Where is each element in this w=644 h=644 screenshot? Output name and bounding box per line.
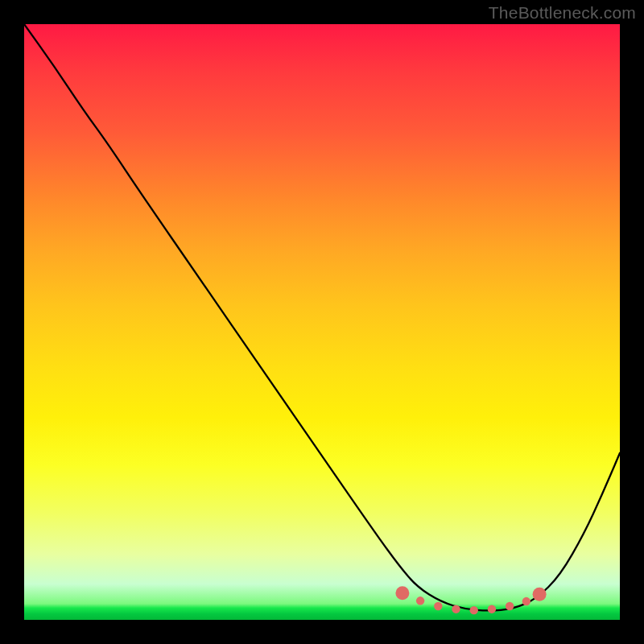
curve-line [24,24,620,610]
chart-container: TheBottleneck.com [0,0,644,644]
chart-svg [24,24,620,620]
data-marker [452,605,460,613]
data-marker [506,602,514,610]
data-marker [470,606,478,614]
data-marker [416,597,424,605]
data-marker [434,602,442,610]
data-marker [522,597,530,605]
data-marker [533,588,547,601]
plot-area [24,24,620,620]
watermark-text: TheBottleneck.com [489,3,636,23]
data-marker [395,586,409,600]
marker-group [395,586,546,614]
data-marker [488,605,496,613]
